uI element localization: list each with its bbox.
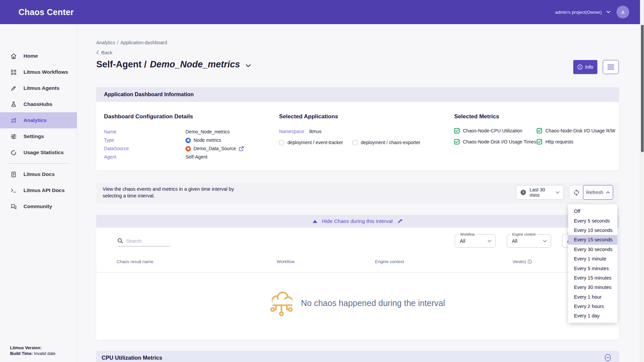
menu-item-every-2-hours[interactable]: Every 2 hours bbox=[568, 302, 617, 311]
back-label: Back bbox=[101, 50, 112, 55]
external-link-icon[interactable] bbox=[239, 146, 244, 151]
verdict-info-icon[interactable] bbox=[528, 259, 532, 264]
collapse-minus-icon[interactable] bbox=[604, 354, 611, 361]
project-switcher[interactable]: admin's project(Owner) bbox=[555, 10, 610, 15]
chevron-down-icon bbox=[543, 240, 547, 242]
chevron-down-icon bbox=[606, 11, 610, 13]
selected-metrics: Selected Metrics Chaos-Node-CPU Utilizat… bbox=[454, 113, 619, 160]
checkbox-checked-icon[interactable] bbox=[454, 128, 460, 133]
sidebar-item-label: Litmus Workflows bbox=[23, 69, 68, 75]
info-button[interactable]: Info bbox=[573, 60, 597, 74]
sidebar-item-home[interactable]: Home bbox=[0, 48, 77, 64]
sidebar-item-litmus-docs[interactable]: Litmus Docs bbox=[0, 166, 77, 182]
menu-item-every-1-hour[interactable]: Every 1 hour bbox=[568, 292, 617, 302]
avatar[interactable]: A bbox=[616, 6, 629, 18]
metric-checkbox-cpu-utilization[interactable]: Chaos-Node-CPU Utilization bbox=[454, 128, 537, 133]
back-button[interactable]: Back bbox=[96, 50, 619, 55]
sidebar-item-label: ChaosHubs bbox=[23, 101, 52, 107]
menu-item-every-30-minutes[interactable]: Every 30 minutes bbox=[568, 283, 617, 292]
checkbox-checked-icon[interactable] bbox=[454, 139, 460, 144]
menu-item-every-5-seconds[interactable]: Every 5 seconds bbox=[568, 216, 617, 225]
refresh-now-button[interactable] bbox=[569, 185, 583, 200]
sidebar-item-label: Usage Statistics bbox=[23, 149, 64, 156]
sidebar-item-litmus-api-docs[interactable]: Litmus API Docs bbox=[0, 182, 77, 198]
hide-chaos-toggle[interactable]: Hide Chaos during this interval bbox=[96, 215, 619, 228]
title-chevron-down-icon[interactable] bbox=[246, 64, 251, 67]
checkbox-checked-icon[interactable] bbox=[537, 128, 542, 133]
refresh-interval-button[interactable]: Refresh bbox=[583, 185, 613, 200]
menu-item-every-15-minutes[interactable]: Every 15 minutes bbox=[568, 273, 617, 283]
menu-item-every-30-seconds[interactable]: Every 30 seconds bbox=[568, 245, 617, 254]
search-field[interactable] bbox=[117, 238, 170, 246]
search-icon bbox=[117, 238, 123, 244]
chaos-results-card: Hide Chaos during this interval Workflow… bbox=[96, 215, 619, 340]
workflow-filter[interactable]: Workflow All bbox=[455, 234, 496, 248]
menu-item-every-10-seconds[interactable]: Every 10 seconds bbox=[568, 226, 617, 235]
chat-bubbles-icon bbox=[10, 203, 17, 210]
time-range-select[interactable]: Last 30 mins bbox=[516, 185, 564, 200]
menu-item-every-1-day[interactable]: Every 1 day bbox=[568, 311, 617, 320]
build-info: Litmus Version: Build Time: Invalid date bbox=[10, 345, 55, 357]
config-row-datasource: DataSource Demo_Data_Source bbox=[104, 145, 279, 152]
scrollbar-thumb[interactable] bbox=[641, 25, 644, 152]
column-chaos-result-name: Chaos result name bbox=[117, 259, 277, 264]
checkbox-checked-icon[interactable] bbox=[537, 139, 542, 144]
sidebar-item-community[interactable]: Community bbox=[0, 198, 77, 215]
metric-checkbox-disk-io-times[interactable]: Chaos-Node-Disk I/O Usage Times bbox=[454, 139, 537, 144]
info-icon bbox=[577, 64, 583, 70]
card-header: Application Dashboard Information bbox=[96, 87, 619, 102]
time-range-value: Last 30 mins bbox=[530, 187, 552, 198]
application-dashboard-information-card: Application Dashboard Information Dashbo… bbox=[96, 87, 619, 170]
engine-context-filter[interactable]: Engine context All bbox=[507, 234, 551, 248]
application-checkbox-chaos-exporter[interactable]: deployment / chaos-exporter bbox=[353, 140, 420, 145]
menu-item-every-5-minutes[interactable]: Every 5 minutes bbox=[568, 263, 617, 273]
app-title: Chaos Center bbox=[0, 7, 74, 17]
hide-chaos-label: Hide Chaos during this interval bbox=[322, 218, 392, 224]
agents-icon bbox=[10, 85, 17, 92]
menu-item-every-1-minute[interactable]: Every 1 minute bbox=[568, 254, 617, 263]
chevron-up-icon bbox=[606, 191, 610, 194]
clock-icon bbox=[520, 189, 526, 195]
metric-checkbox-http-requests[interactable]: Http requests bbox=[537, 139, 619, 144]
column-verdict: Verdict bbox=[513, 259, 526, 264]
sidebar-item-litmus-workflows[interactable]: Litmus Workflows bbox=[0, 64, 77, 80]
breadcrumb-analytics[interactable]: Analytics bbox=[96, 40, 115, 45]
menu-item-every-15-seconds[interactable]: Every 15 seconds bbox=[568, 235, 617, 244]
dashboard-menu-button[interactable] bbox=[603, 60, 619, 74]
sidebar-item-litmus-agents[interactable]: Litmus Agents bbox=[0, 80, 77, 96]
application-checkbox-event-tracker[interactable]: deployment / event-tracker bbox=[279, 140, 343, 145]
app-header: Chaos Center admin's project(Owner) A bbox=[0, 0, 640, 24]
terminal-icon bbox=[10, 187, 17, 194]
sidebar-item-analytics[interactable]: Analytics bbox=[0, 112, 77, 128]
empty-message: No chaos happened during the interval bbox=[301, 298, 445, 308]
edit-pencil-icon[interactable] bbox=[397, 219, 402, 224]
sidebar-divider bbox=[8, 163, 69, 164]
checkbox-unchecked-icon[interactable] bbox=[353, 140, 358, 145]
section-title: Selected Applications bbox=[279, 113, 454, 120]
build-time-label: Build Time: bbox=[10, 351, 33, 356]
sidebar-item-settings[interactable]: Settings bbox=[0, 128, 77, 144]
main-content: Analytics/Application-dashboard Back Sel… bbox=[77, 24, 640, 362]
section-title: Selected Metrics bbox=[454, 113, 619, 120]
selected-applications: Selected Applications Namespace litmus d… bbox=[279, 113, 454, 160]
checkbox-unchecked-icon[interactable] bbox=[279, 140, 284, 145]
sidebar-item-label: Litmus Docs bbox=[23, 171, 55, 177]
page-title: Self-Agent / Demo_Node_metrics bbox=[96, 59, 251, 70]
time-interval-bar: View the chaos events and metrics in a g… bbox=[96, 182, 619, 203]
sync-icon bbox=[573, 189, 580, 196]
sidebar-item-chaoshubs[interactable]: ChaosHubs bbox=[0, 96, 77, 112]
menu-item-off[interactable]: Off bbox=[568, 206, 617, 216]
cpu-section-title: CPU Utilization Metrics bbox=[102, 355, 162, 361]
search-input[interactable] bbox=[126, 238, 166, 244]
sidebar-item-label: Litmus Agents bbox=[23, 85, 59, 91]
sliders-icon bbox=[10, 133, 17, 140]
interval-description: View the chaos events and metrics in a g… bbox=[103, 186, 250, 199]
sidebar-item-usage-statistics[interactable]: Usage Statistics bbox=[0, 144, 77, 161]
column-engine-context: Engine context bbox=[375, 259, 513, 264]
chevron-left-icon bbox=[96, 50, 99, 55]
metric-checkbox-disk-io-rw[interactable]: Chaos-Node-Disk I/O Usage R/W bbox=[537, 128, 619, 133]
vertical-scrollbar[interactable] bbox=[640, 0, 644, 362]
hamburger-icon bbox=[607, 65, 614, 66]
home-icon bbox=[10, 53, 17, 59]
sidebar-item-label: Home bbox=[23, 53, 38, 59]
